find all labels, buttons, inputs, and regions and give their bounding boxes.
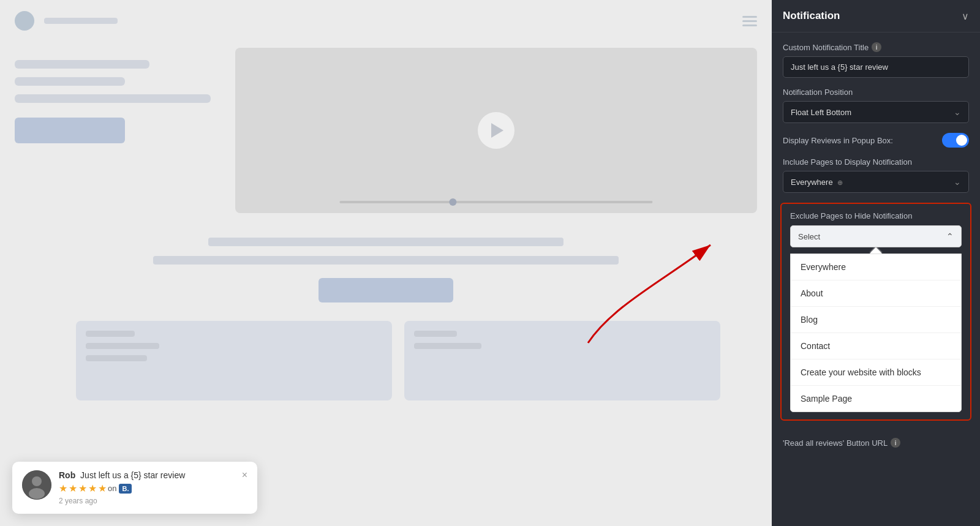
dropdown-item-create[interactable]: Create your website with blocks [791,359,961,386]
dropdown-arrow-up [870,247,882,254]
card-2-line-2 [414,343,481,349]
card-1 [76,321,392,400]
skeleton-mid-1 [208,238,564,246]
toggle-knob [956,135,967,146]
video-placeholder [235,48,757,213]
main-content-area: Rob Just left us a {5} star review ★ ★ ★… [0,0,772,526]
dropdown-arrow-container [790,247,962,254]
hamburger-icon[interactable] [742,16,757,26]
card-2 [404,321,720,400]
exclude-pages-section: Exclude Pages to Hide Notification Selec… [780,203,971,421]
notification-position-field: Notification Position Float Left Bottom … [783,88,969,123]
read-all-label: 'Read all reviews' Button URL i [783,438,969,448]
notification-position-label: Notification Position [783,88,969,97]
notif-stars: ★ ★ ★ ★ ★ on B. [59,483,235,494]
info-icon: i [872,42,881,52]
card-2-line-1 [414,331,457,337]
card-1-line-1 [86,331,135,337]
play-button[interactable] [478,112,514,149]
display-reviews-label: Display Reviews in Popup Box: [783,136,893,145]
custom-title-input[interactable] [783,56,969,78]
platform-badge: B. [119,484,132,494]
exclude-pages-select[interactable]: Select ⌃ [790,225,962,247]
nav-line [44,18,118,24]
skeleton-heading-2 [15,77,125,86]
include-pages-label: Include Pages to Display Notification [783,157,969,167]
avatar-svg [22,470,51,500]
dropdown-item-everywhere[interactable]: Everywhere [791,254,961,280]
include-pages-select[interactable]: Everywhere ⊕ ⌄ [783,171,969,193]
card-1-line-3 [86,355,147,361]
panel-body: Custom Notification Title i Notification… [772,32,980,430]
notification-position-select[interactable]: Float Left Bottom ⌄ [783,101,969,123]
scrubber-dot [449,198,456,206]
chevron-up-icon: ⌃ [946,231,954,241]
dropdown-item-about[interactable]: About [791,280,961,307]
notification-popup: Rob Just left us a {5} star review ★ ★ ★… [12,462,257,514]
dropdown-item-sample[interactable]: Sample Page [791,386,961,411]
chevron-down-icon-2: ⌄ [954,177,961,187]
skeleton-button[interactable] [15,118,125,143]
svg-point-1 [32,476,42,486]
skeleton-heading-1 [15,60,149,69]
hero-left [15,48,211,213]
hero-section [0,42,772,231]
include-pages-field: Include Pages to Display Notification Ev… [783,157,969,193]
panel-header: Notification ∨ [772,0,980,32]
play-icon [491,123,503,138]
dropdown-item-blog[interactable]: Blog [791,307,961,333]
display-reviews-row: Display Reviews in Popup Box: [783,133,969,148]
dropdown-list: Everywhere About Blog Contact Create you… [790,254,962,412]
svg-point-2 [29,488,45,499]
custom-title-label: Custom Notification Title i [783,42,969,52]
dropdown-item-contact[interactable]: Contact [791,333,961,359]
avatar [22,470,51,500]
notif-name: Rob Just left us a {5} star review [59,470,235,480]
right-panel: Notification ∨ Custom Notification Title… [772,0,980,526]
notification-content: Rob Just left us a {5} star review ★ ★ ★… [59,470,235,505]
panel-title: Notification [783,10,840,22]
video-scrubber[interactable] [339,201,652,203]
skeleton-mid-2 [153,256,619,265]
display-reviews-toggle[interactable] [942,133,969,148]
panel-collapse-icon[interactable]: ∨ [962,10,969,22]
exclude-pages-label: Exclude Pages to Hide Notification [790,211,962,220]
card-1-line-2 [86,343,159,349]
bottom-cards [0,309,772,413]
close-icon[interactable]: × [242,470,247,480]
top-nav [0,0,772,42]
middle-section [0,238,772,302]
chevron-down-icon: ⌄ [954,107,961,117]
custom-title-field: Custom Notification Title i [783,42,969,78]
notif-platform: on B. [108,483,132,494]
panel-footer: 'Read all reviews' Button URL i [772,430,980,455]
info-icon-2: i [891,438,900,448]
notif-time: 2 years ago [59,497,235,505]
nav-logo [15,11,34,31]
skeleton-mid-button[interactable] [318,278,453,302]
skeleton-text-1 [15,94,211,103]
